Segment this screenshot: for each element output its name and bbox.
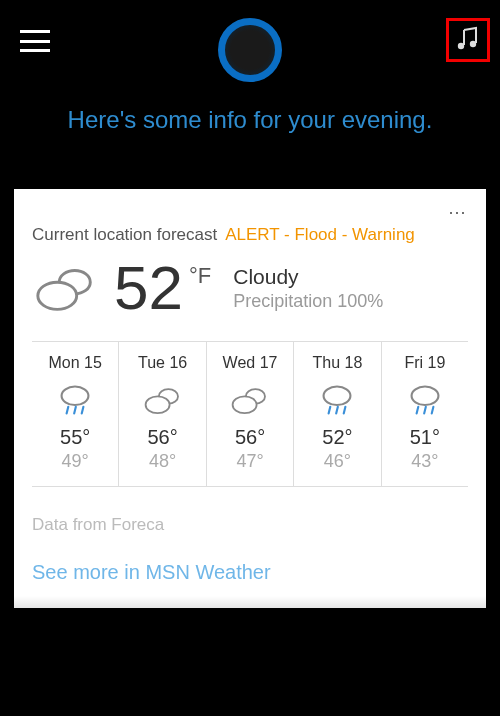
forecast-day-low: 43°	[386, 451, 464, 472]
app-header: Here's some info for your evening.	[0, 0, 500, 175]
svg-point-9	[145, 396, 169, 413]
weather-alert[interactable]: ALERT - Flood - Warning	[225, 225, 415, 245]
svg-line-14	[337, 407, 339, 414]
svg-point-0	[458, 43, 464, 49]
svg-line-7	[82, 407, 84, 414]
forecast-day-icon	[211, 382, 289, 418]
forecast-day-label: Fri 19	[386, 354, 464, 372]
data-source-label: Data from Foreca	[32, 515, 468, 535]
forecast-day-high: 56°	[211, 426, 289, 449]
current-weather-icon	[32, 262, 100, 314]
svg-point-11	[233, 396, 257, 413]
forecast-day-label: Thu 18	[298, 354, 376, 372]
forecast-day-low: 46°	[298, 451, 376, 472]
forecast-day[interactable]: Thu 1852°46°	[294, 342, 381, 486]
svg-point-3	[38, 282, 77, 309]
hamburger-menu-icon[interactable]	[20, 30, 50, 52]
forecast-day-low: 49°	[36, 451, 114, 472]
music-recognition-button[interactable]	[446, 18, 490, 62]
cortana-ring-icon[interactable]	[218, 18, 282, 82]
current-temp: 52	[114, 257, 183, 319]
card-more-button[interactable]: ⋯	[448, 201, 468, 223]
svg-point-16	[411, 387, 438, 405]
svg-line-18	[424, 407, 426, 414]
forecast-day-icon	[386, 382, 464, 418]
forecast-day-icon	[123, 382, 201, 418]
temp-unit: °F	[189, 263, 211, 289]
forecast-day-high: 51°	[386, 426, 464, 449]
music-notes-icon	[454, 26, 482, 54]
forecast-day-label: Wed 17	[211, 354, 289, 372]
forecast-day-icon	[298, 382, 376, 418]
forecast-day-high: 52°	[298, 426, 376, 449]
svg-line-5	[67, 407, 69, 414]
forecast-title: Current location forecast	[32, 225, 217, 245]
svg-line-13	[329, 407, 331, 414]
forecast-day-label: Tue 16	[123, 354, 201, 372]
forecast-day-label: Mon 15	[36, 354, 114, 372]
current-condition: Cloudy	[233, 265, 383, 289]
forecast-day-high: 56°	[123, 426, 201, 449]
forecast-day-low: 48°	[123, 451, 201, 472]
current-weather-row: 52 °F Cloudy Precipitation 100%	[32, 257, 468, 319]
forecast-grid: Mon 1555°49°Tue 1656°48°Wed 1756°47°Thu …	[32, 341, 468, 487]
greeting-text: Here's some info for your evening.	[48, 106, 453, 134]
forecast-day[interactable]: Mon 1555°49°	[32, 342, 119, 486]
svg-line-19	[432, 407, 434, 414]
forecast-day-high: 55°	[36, 426, 114, 449]
forecast-day-icon	[36, 382, 114, 418]
bottom-fade	[0, 596, 500, 716]
see-more-link[interactable]: See more in MSN Weather	[32, 561, 468, 584]
forecast-day[interactable]: Wed 1756°47°	[207, 342, 294, 486]
svg-line-6	[74, 407, 76, 414]
svg-line-17	[416, 407, 418, 414]
forecast-day[interactable]: Fri 1951°43°	[382, 342, 468, 486]
weather-card: ⋯ Current location forecast ALERT - Floo…	[14, 189, 486, 608]
forecast-day-low: 47°	[211, 451, 289, 472]
svg-point-12	[324, 387, 351, 405]
svg-line-15	[344, 407, 346, 414]
svg-point-1	[470, 41, 476, 47]
current-precip: Precipitation 100%	[233, 291, 383, 312]
svg-point-4	[62, 387, 89, 405]
forecast-day[interactable]: Tue 1656°48°	[119, 342, 206, 486]
